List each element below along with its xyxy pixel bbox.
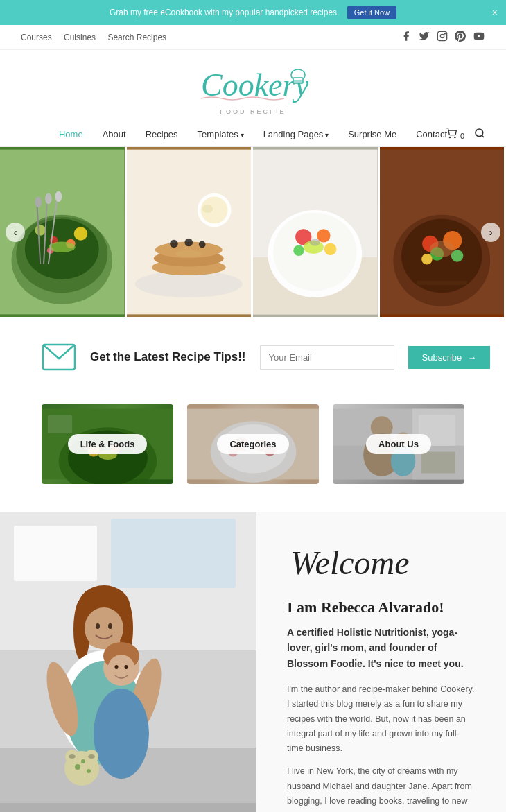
svg-point-115	[81, 759, 85, 763]
instagram-icon[interactable]	[437, 31, 448, 44]
svg-point-26	[45, 193, 52, 205]
svg-point-16	[35, 225, 46, 236]
category-about-us[interactable]: About Us	[333, 404, 464, 484]
newsletter-title: Get the Latest Recipe Tips!!	[90, 350, 246, 364]
svg-point-114	[87, 769, 91, 773]
cart-icon[interactable]: 0	[445, 128, 464, 141]
svg-point-34	[184, 239, 193, 247]
subscribe-button[interactable]: Subscribe →	[408, 346, 491, 369]
svg-point-49	[310, 239, 321, 246]
svg-point-9	[450, 137, 451, 137]
category-label-2: Categories	[217, 434, 288, 454]
nav-recipes[interactable]: Recipes	[146, 129, 178, 139]
slider-next-button[interactable]: ›	[481, 223, 500, 242]
svg-point-36	[175, 250, 202, 257]
announcement-text: Grab my free eCookbook with my popular h…	[110, 8, 340, 17]
slider-prev-button[interactable]: ‹	[6, 223, 25, 242]
svg-point-25	[35, 197, 42, 208]
svg-point-11	[476, 129, 483, 137]
category-label-3: About Us	[366, 434, 431, 454]
svg-point-33	[170, 240, 178, 248]
nav-surprise-me[interactable]: Surprise Me	[348, 129, 396, 139]
svg-point-105	[115, 665, 119, 669]
svg-point-48	[324, 243, 336, 255]
social-icons	[401, 31, 485, 44]
email-input[interactable]	[260, 345, 394, 370]
nav-about[interactable]: About	[103, 129, 126, 139]
welcome-subtitle: A certified Holistic Nutritionist, yoga-…	[287, 625, 476, 671]
logo-area: Cookery FOOD RECIPE	[0, 50, 506, 122]
slide-3	[253, 147, 380, 317]
category-overlay-3: About Us	[333, 404, 464, 484]
welcome-content: Welcome I am Rebecca Alvarado! A certifi…	[256, 512, 506, 812]
subscribe-label: Subscribe	[422, 352, 462, 363]
top-nav-cuisines[interactable]: Cuisines	[64, 33, 96, 42]
search-icon[interactable]	[474, 128, 485, 141]
slide-2	[127, 147, 254, 317]
svg-rect-89	[111, 519, 236, 588]
welcome-image	[0, 512, 256, 812]
svg-point-97	[108, 623, 112, 629]
svg-rect-59	[417, 281, 467, 285]
twitter-icon[interactable]	[419, 31, 430, 44]
welcome-section: Welcome I am Rebecca Alvarado! A certifi…	[0, 512, 506, 812]
top-nav-courses[interactable]: Courses	[21, 33, 52, 42]
svg-point-104	[107, 655, 135, 685]
svg-point-106	[125, 665, 128, 669]
svg-point-27	[55, 191, 62, 202]
category-overlay-1: Life & Foods	[42, 404, 173, 484]
logo-text[interactable]: Cookery	[198, 62, 308, 111]
welcome-heading: Welcome	[287, 539, 476, 589]
pinterest-icon[interactable]	[455, 31, 466, 44]
hero-slider: ‹ ›	[0, 147, 506, 317]
facebook-icon[interactable]	[401, 31, 412, 44]
svg-point-113	[75, 764, 80, 770]
svg-point-2	[444, 33, 445, 34]
svg-point-111	[69, 754, 76, 759]
svg-point-47	[293, 245, 304, 256]
get-it-button[interactable]: Get it Now	[347, 6, 396, 19]
youtube-icon[interactable]	[473, 31, 485, 44]
nav-home[interactable]: Home	[59, 129, 83, 139]
nav-templates[interactable]: Templates	[198, 129, 244, 139]
top-nav: Courses Cuisines Search Recipes	[0, 25, 506, 50]
svg-rect-0	[437, 31, 446, 40]
category-label-1: Life & Foods	[68, 434, 148, 454]
category-section: Life & Foods Categories	[0, 397, 506, 512]
svg-point-57	[421, 254, 433, 265]
svg-point-21	[49, 242, 76, 253]
newsletter-section: Get the Latest Recipe Tips!! Subscribe →	[0, 317, 506, 397]
welcome-name: I am Rebecca Alvarado!	[287, 598, 476, 616]
category-categories[interactable]: Categories	[187, 404, 319, 484]
subscribe-arrow: →	[467, 352, 476, 363]
announcement-bar: Grab my free eCookbook with my popular h…	[0, 0, 506, 25]
svg-point-112	[88, 754, 95, 759]
nav-landing-pages[interactable]: Landing Pages	[263, 129, 329, 139]
svg-point-107	[94, 689, 149, 779]
svg-point-96	[96, 623, 100, 629]
svg-text:Welcome: Welcome	[290, 544, 410, 581]
category-life-foods[interactable]: Life & Foods	[42, 404, 173, 484]
svg-point-39	[202, 205, 213, 213]
welcome-para-2: I live in New York, the city of dreams w…	[287, 764, 476, 812]
svg-point-17	[74, 227, 87, 240]
svg-point-58	[429, 241, 453, 257]
svg-point-10	[455, 137, 455, 137]
welcome-para-1: I'm the author and recipe-maker behind C…	[287, 682, 476, 756]
top-nav-search-recipes[interactable]: Search Recipes	[107, 33, 166, 42]
svg-rect-88	[14, 526, 97, 581]
main-nav: Home About Recipes Templates Landing Pag…	[0, 122, 506, 147]
svg-point-35	[198, 241, 205, 248]
close-icon[interactable]: ×	[492, 7, 498, 18]
nav-contact[interactable]: Contact	[416, 129, 447, 139]
mail-icon	[42, 343, 76, 371]
svg-point-1	[440, 34, 444, 37]
category-overlay-2: Categories	[187, 404, 319, 484]
top-nav-links: Courses Cuisines Search Recipes	[21, 33, 176, 42]
